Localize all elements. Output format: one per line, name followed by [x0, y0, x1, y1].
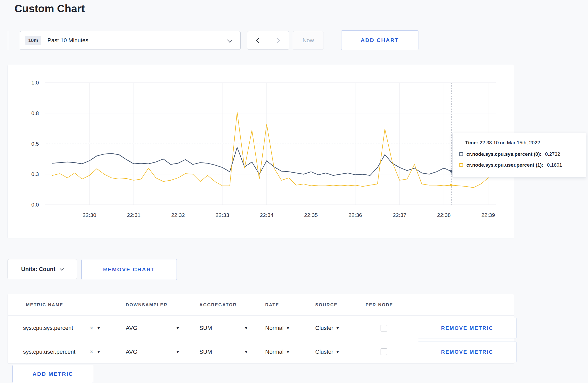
aggregator-select[interactable]: SUM ▾ — [199, 349, 247, 355]
chevron-right-icon — [275, 37, 282, 44]
svg-text:22:30: 22:30 — [83, 212, 96, 218]
caret-down-icon: ▾ — [337, 349, 339, 355]
downsampler-value: AVG — [126, 325, 137, 331]
source-select[interactable]: Cluster ▾ — [315, 349, 339, 355]
metric-name-select[interactable]: sys.cpu.sys.percent × ▾ — [23, 325, 100, 331]
chevron-down-icon — [227, 37, 232, 42]
chart-panel: 0.00.30.50.81.022:3022:3122:3222:3322:34… — [8, 65, 514, 238]
units-dropdown[interactable]: Units: Count — [8, 259, 77, 279]
column-header-rate: RATE — [265, 294, 279, 316]
column-header-source: SOURCE — [315, 294, 338, 316]
caret-down-icon: ▾ — [287, 349, 289, 355]
caret-down-icon: ▾ — [97, 325, 100, 331]
metrics-table-header: METRIC NAME DOWNSAMPLER AGGREGATOR RATE … — [8, 294, 514, 316]
units-label: Units: Count — [21, 266, 55, 273]
aggregator-value: SUM — [199, 349, 212, 355]
rate-select[interactable]: Normal ▾ — [265, 349, 289, 355]
caret-down-icon: ▾ — [97, 349, 100, 355]
remove-metric-button[interactable]: REMOVE METRIC — [418, 318, 517, 338]
caret-down-icon: ▾ — [177, 349, 179, 355]
chevron-left-icon — [254, 37, 261, 44]
metric-row: sys.cpu.user.percent × ▾ AVG ▾ SUM ▾ Nor… — [8, 340, 514, 364]
rate-select[interactable]: Normal ▾ — [265, 325, 289, 331]
svg-text:22:39: 22:39 — [481, 212, 495, 218]
column-header-downsampler: DOWNSAMPLER — [126, 294, 167, 316]
now-button[interactable]: Now — [293, 31, 324, 50]
add-chart-button[interactable]: ADD CHART — [341, 30, 418, 50]
add-metric-button[interactable]: ADD METRIC — [12, 365, 93, 383]
tooltip-series-sys-value: 0.2732 — [545, 151, 560, 157]
downsampler-select[interactable]: AVG ▾ — [126, 349, 179, 355]
svg-text:0.8: 0.8 — [31, 110, 39, 116]
svg-text:0.5: 0.5 — [31, 141, 39, 147]
chart-svg[interactable]: 0.00.30.50.81.022:3022:3122:3222:3322:34… — [8, 65, 514, 233]
toolbar-divider — [8, 31, 8, 50]
svg-text:22:36: 22:36 — [348, 212, 362, 218]
downsampler-value: AVG — [126, 349, 137, 355]
svg-text:22:32: 22:32 — [171, 212, 185, 218]
source-value: Cluster — [315, 325, 333, 331]
per-node-cell — [366, 340, 402, 364]
svg-text:0.3: 0.3 — [31, 171, 39, 177]
svg-text:22:33: 22:33 — [215, 212, 229, 218]
svg-text:22:34: 22:34 — [260, 212, 274, 218]
time-range-badge: 10m — [25, 36, 41, 45]
metric-name-select[interactable]: sys.cpu.user.percent × ▾ — [23, 349, 100, 355]
caret-down-icon: ▾ — [245, 349, 247, 355]
metric-name-value: sys.cpu.sys.percent — [23, 325, 73, 331]
svg-text:22:35: 22:35 — [304, 212, 318, 218]
remove-chart-button[interactable]: REMOVE CHART — [81, 259, 177, 280]
next-range-button[interactable] — [268, 31, 289, 49]
svg-text:22:37: 22:37 — [393, 212, 407, 218]
page-title: Custom Chart — [15, 3, 85, 15]
metrics-table: METRIC NAME DOWNSAMPLER AGGREGATOR RATE … — [8, 294, 514, 364]
remove-metric-button[interactable]: REMOVE METRIC — [418, 342, 517, 362]
time-pager — [247, 31, 289, 50]
aggregator-select[interactable]: SUM ▾ — [199, 325, 247, 331]
svg-text:22:31: 22:31 — [127, 212, 141, 218]
caret-down-icon: ▾ — [245, 325, 247, 331]
chevron-down-icon — [60, 266, 64, 271]
rate-value: Normal — [265, 349, 284, 355]
caret-down-icon: ▾ — [177, 325, 179, 331]
metric-row: sys.cpu.sys.percent × ▾ AVG ▾ SUM ▾ Norm… — [8, 316, 514, 340]
svg-text:0.0: 0.0 — [31, 202, 39, 208]
clear-metric-icon[interactable]: × — [90, 325, 93, 331]
aggregator-value: SUM — [199, 325, 212, 331]
metric-name-value: sys.cpu.user.percent — [23, 349, 75, 355]
per-node-checkbox[interactable] — [381, 325, 387, 331]
per-node-checkbox[interactable] — [381, 349, 387, 355]
time-range-label: Past 10 Minutes — [47, 37, 88, 44]
downsampler-select[interactable]: AVG ▾ — [126, 325, 179, 331]
time-range-dropdown[interactable]: 10m Past 10 Minutes — [20, 31, 241, 50]
caret-down-icon: ▾ — [287, 325, 289, 331]
column-header-per-node: PER NODE — [366, 294, 393, 316]
column-header-aggregator: AGGREGATOR — [199, 294, 237, 316]
rate-value: Normal — [265, 325, 284, 331]
source-select[interactable]: Cluster ▾ — [315, 325, 339, 331]
caret-down-icon: ▾ — [337, 325, 339, 331]
column-header-metric-name: METRIC NAME — [26, 294, 63, 316]
source-value: Cluster — [315, 349, 333, 355]
svg-text:22:38: 22:38 — [437, 212, 451, 218]
per-node-cell — [366, 316, 402, 340]
clear-metric-icon[interactable]: × — [90, 349, 93, 355]
svg-text:1.0: 1.0 — [31, 80, 39, 86]
tooltip-series-user-value: 0.1601 — [547, 162, 562, 168]
previous-range-button[interactable] — [247, 31, 268, 49]
